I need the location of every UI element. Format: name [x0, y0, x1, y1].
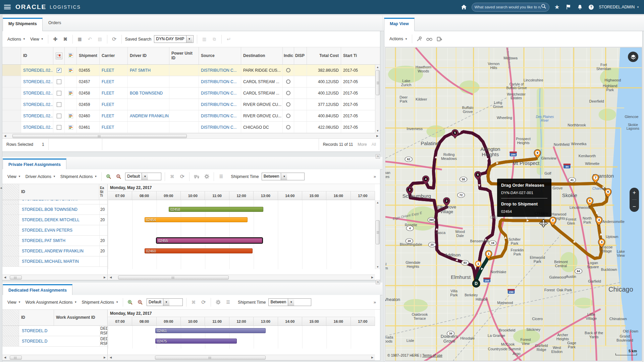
zoom-in-icon[interactable]: [105, 173, 113, 181]
column-header-driver[interactable]: Driver ID: [128, 47, 169, 64]
gantt-hscroll[interactable]: ◀▶: [108, 275, 375, 280]
map-zoom-control[interactable]: + −: [630, 188, 639, 212]
table-vertical-scrollbar[interactable]: ▲▼: [375, 65, 380, 133]
column-header-indic[interactable]: Indic: [283, 47, 294, 64]
driver-link[interactable]: PAT SMITH: [130, 68, 151, 73]
fleet-id-link[interactable]: STOREDEL.DEREK MITCHELL: [22, 218, 79, 222]
column-header-start-time[interactable]: Start Ti: [341, 47, 380, 64]
fleet-row[interactable]: STOREDEL.MICHAEL MARTIN: [2, 256, 107, 267]
gantt-body[interactable]: 0246102475: [108, 326, 375, 349]
source-link[interactable]: DISTRIBUTION C...: [201, 68, 237, 73]
more-link[interactable]: More: [358, 142, 367, 147]
table-row[interactable]: STOREDEL.02... 02457 FLEET DISTRIBUTION …: [2, 76, 380, 87]
delete-row-icon[interactable]: ✖: [61, 35, 69, 43]
shipment-id-link[interactable]: STOREDEL.02...: [23, 79, 53, 84]
zoom-in-button[interactable]: +: [633, 189, 636, 196]
zoom-out-icon[interactable]: [136, 298, 144, 306]
detach-table-icon[interactable]: ⧉: [210, 35, 218, 43]
gantt-chart-icon[interactable]: [65, 87, 77, 99]
fleet-id-link[interactable]: STOREDEL.EVAN PETERS: [22, 228, 72, 233]
fleet-row[interactable]: STOREDEL.WALTER BROWN: [2, 200, 107, 204]
carrier-link[interactable]: FLEET: [102, 114, 114, 118]
gear-icon[interactable]: [214, 298, 222, 306]
fleet-row[interactable]: STOREDEL.ANDREW FRANKLIN 20: [2, 246, 107, 256]
carrier-link[interactable]: FLEET: [102, 91, 114, 96]
zoom-out-icon[interactable]: [115, 173, 123, 181]
fleet-id-link[interactable]: STOREDEL.ANDREW FRANKLIN: [22, 249, 84, 253]
gantt-bar-shipment[interactable]: 02455: [157, 238, 262, 243]
clear-icon[interactable]: ✖: [168, 173, 176, 181]
all-link[interactable]: All: [372, 142, 376, 147]
carrier-link[interactable]: FLEET: [102, 68, 114, 73]
gantt-bar-shipment[interactable]: 02475: [155, 339, 236, 344]
column-header-total-cost[interactable]: Total Cost: [307, 47, 341, 64]
row-checkbox[interactable]: ✓: [57, 68, 61, 73]
driver-link[interactable]: ANDREW FRANKLIN: [130, 114, 169, 118]
table-row[interactable]: STOREDEL.02... 02461 FLEET DISTRIBUTION …: [2, 122, 380, 133]
gantt-bar-shipment[interactable]: 02458: [169, 207, 263, 212]
fleet-id-link[interactable]: STOREDEL.D: [22, 339, 47, 344]
terms-link[interactable]: Terms of use: [422, 353, 442, 357]
gantt-hscroll[interactable]: ◀▶: [108, 355, 375, 360]
undo-icon[interactable]: ↶: [86, 35, 94, 43]
source-link[interactable]: DISTRIBUTION C...: [201, 91, 237, 96]
fleet-id-link[interactable]: STOREDEL.D: [22, 328, 47, 333]
favorites-star-icon[interactable]: ★: [551, 3, 563, 11]
freeze-columns-icon[interactable]: ▥: [200, 35, 208, 43]
table-row[interactable]: STOREDEL.02... 02458 FLEET BOB TOWNSEND …: [2, 87, 380, 99]
row-checkbox[interactable]: [57, 102, 61, 107]
gantt-bar-shipment[interactable]: 02461: [155, 328, 266, 333]
fleet-column-id[interactable]: ID: [19, 184, 99, 200]
gantt-body[interactable]: 02458024540245502460: [108, 200, 375, 269]
fleet-row[interactable]: STOREDEL.DEREK MITCHELL 20: [2, 215, 107, 225]
shipment-id-link[interactable]: STOREDEL.02...: [23, 68, 53, 73]
fleet-column-extra[interactable]: Ea St Ti: [99, 184, 107, 200]
column-header-map-pin[interactable]: [53, 47, 65, 64]
source-link[interactable]: DISTRIBUTION C...: [201, 102, 237, 107]
help-icon[interactable]: ?: [586, 3, 597, 11]
global-search-input[interactable]: [475, 5, 541, 9]
fleet-id-link[interactable]: STOREDEL.PAT SMITH: [22, 238, 65, 243]
binoculars-icon[interactable]: [425, 35, 433, 43]
column-header-source[interactable]: Source: [199, 47, 241, 64]
tab-map-view[interactable]: Map View: [384, 18, 415, 31]
row-checkbox[interactable]: [57, 114, 61, 118]
fleet-row[interactable]: STOREDEL.D DEDICATED RSRC 2: [2, 326, 107, 336]
gear-icon[interactable]: [203, 173, 211, 181]
shipment-actions-menu[interactable]: Shipment Actions▼: [82, 300, 119, 305]
work-assignment-actions-menu[interactable]: Work Assignment Actions▼: [25, 300, 77, 305]
gantt-chart-icon[interactable]: [65, 110, 77, 121]
column-header-gantt[interactable]: [65, 47, 77, 64]
shipment-id-link[interactable]: STOREDEL.02...: [23, 114, 53, 118]
shipment-time-select[interactable]: Between▼: [262, 173, 305, 180]
driver-link[interactable]: BOB TOWNSEND: [130, 91, 163, 96]
gantt-preset-select[interactable]: Default▼: [147, 298, 183, 306]
tab-orders[interactable]: Orders: [43, 18, 66, 31]
refresh-icon[interactable]: ⟳: [178, 173, 186, 181]
map-canvas[interactable]: MettawaVernonHillsHawthornWoodsFortSheri…: [385, 47, 642, 361]
carrier-link[interactable]: FLEET: [102, 79, 114, 84]
gantt-chart-icon[interactable]: [65, 65, 77, 76]
hamburger-menu-icon[interactable]: [4, 5, 11, 9]
tab-private-fleet-assignments[interactable]: Private Fleet Assignments: [3, 159, 66, 170]
column-header-shipment[interactable]: Shipment: [77, 47, 100, 64]
saved-search-select[interactable]: DYN-DAY SHIP▼: [154, 35, 194, 43]
source-link[interactable]: DISTRIBUTION C...: [201, 114, 237, 118]
tools-icon[interactable]: [415, 35, 423, 43]
tab-dedicated-fleet-assignments[interactable]: Dedicated Fleet Assignments: [3, 284, 72, 295]
row-checkbox[interactable]: [57, 125, 61, 130]
zoom-in-icon[interactable]: [126, 298, 134, 306]
toolbar-overflow-icon[interactable]: »: [374, 300, 377, 305]
fleet-column-work-assignment[interactable]: Work Assignment ID: [54, 310, 107, 325]
tab-my-shipments[interactable]: My Shipments: [3, 18, 43, 31]
fleet-row[interactable]: STOREDEL.D DEDICATED RSRC 1: [2, 336, 107, 347]
wrap-text-icon[interactable]: ↵: [225, 35, 233, 43]
fleet-list-hscroll[interactable]: ◀▶: [2, 275, 107, 280]
carrier-link[interactable]: FLEET: [102, 102, 114, 107]
column-header-disp[interactable]: DISP: [294, 47, 307, 64]
column-header-destination[interactable]: Destination: [241, 47, 283, 64]
fleet-row[interactable]: STOREDEL.BOB TOWNSEND 20: [2, 204, 107, 215]
gantt-bar-shipment[interactable]: 02460: [145, 248, 253, 253]
fleet-id-link[interactable]: STOREDEL.WALTER BROWN: [22, 200, 77, 201]
view-menu-button[interactable]: View▼: [30, 37, 44, 42]
